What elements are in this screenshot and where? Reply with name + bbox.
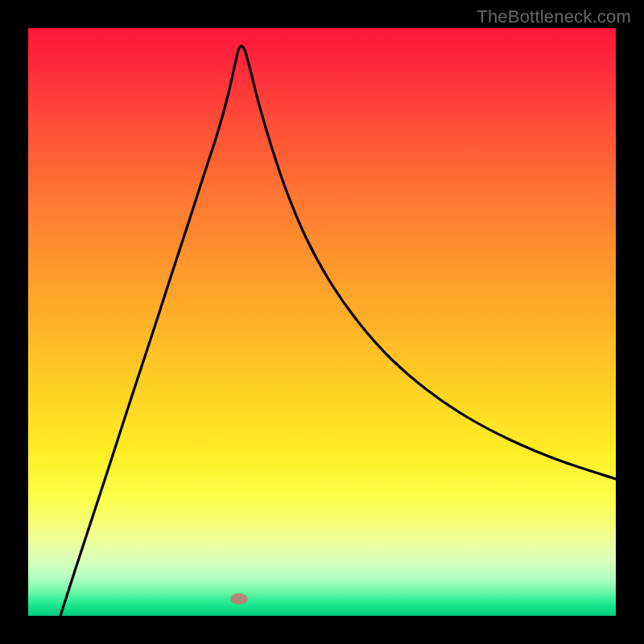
plot-area — [28, 28, 616, 616]
minimum-marker — [230, 593, 248, 605]
chart-frame: TheBottleneck.com — [0, 0, 644, 644]
bottleneck-curve — [28, 28, 616, 616]
watermark-text: TheBottleneck.com — [477, 6, 631, 27]
